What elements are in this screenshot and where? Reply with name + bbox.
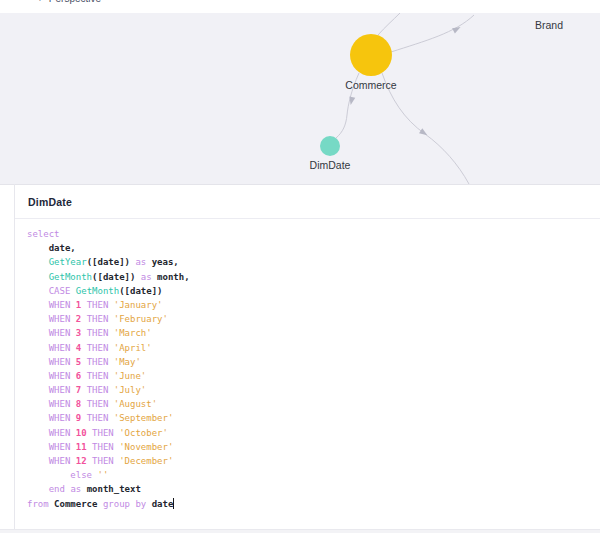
- code-line: WHEN 4 THEN 'April': [27, 341, 600, 355]
- code-token-str: 'May': [114, 357, 141, 367]
- graph-node-commerce[interactable]: [350, 34, 392, 76]
- code-token-id: [27, 257, 49, 267]
- code-token-kw: THEN: [87, 328, 109, 338]
- code-line: WHEN 8 THEN 'August': [27, 397, 600, 411]
- code-token-str: 'February': [114, 314, 168, 324]
- code-token-str: 'September': [114, 413, 174, 423]
- code-token-str: 'December': [119, 456, 173, 466]
- app-window: + Perspective CommerceDimDateBrand DimDa…: [0, 0, 600, 533]
- code-token-id: [27, 371, 49, 381]
- code-token-str: 'January': [114, 300, 163, 310]
- code-token-id: [27, 385, 49, 395]
- code-token-id: [27, 343, 49, 353]
- code-token-kw: as: [135, 257, 146, 267]
- code-token-str: 'August': [114, 399, 157, 409]
- code-token-id: [27, 413, 49, 423]
- code-token-id: Commerce: [49, 499, 103, 509]
- code-token-kw: WHEN: [49, 328, 71, 338]
- code-token-str: 'October': [119, 428, 168, 438]
- code-token-kw: else: [70, 470, 92, 480]
- code-token-id: ([date]): [87, 257, 136, 267]
- code-token-id: [27, 470, 70, 480]
- code-line: WHEN 2 THEN 'February': [27, 312, 600, 326]
- top-toolbar: + Perspective: [0, 0, 600, 14]
- code-token-id: [27, 300, 49, 310]
- add-icon: +: [37, 0, 43, 4]
- code-token-kw: THEN: [87, 385, 109, 395]
- perspective-tab[interactable]: + Perspective: [37, 0, 101, 4]
- code-panel-header: DimDate: [15, 185, 600, 219]
- code-token-kw: THEN: [92, 442, 114, 452]
- code-token-num: 10: [76, 428, 87, 438]
- code-token-str: 'March': [114, 328, 152, 338]
- code-token-id: date,: [27, 243, 76, 253]
- code-line: WHEN 1 THEN 'January': [27, 298, 600, 312]
- code-token-str: 'June': [114, 371, 147, 381]
- graph-edge: [391, 15, 474, 52]
- code-token-id: [27, 399, 49, 409]
- code-token-id: [27, 428, 49, 438]
- code-line: WHEN 10 THEN 'October': [27, 426, 600, 440]
- code-token-kw: WHEN: [49, 314, 71, 324]
- code-token-kw: THEN: [92, 456, 114, 466]
- code-token-kw: THEN: [87, 399, 109, 409]
- code-line: GetYear([date]) as yeas,: [27, 255, 600, 269]
- code-line: else '': [27, 468, 600, 482]
- code-token-id: [27, 456, 49, 466]
- code-token-kw: THEN: [87, 371, 109, 381]
- graph-node-label: DimDate: [310, 159, 351, 171]
- code-token-id: [27, 328, 49, 338]
- graph-node-label: Commerce: [345, 79, 397, 91]
- code-token-kw: WHEN: [49, 343, 71, 353]
- code-token-kw: THEN: [87, 343, 109, 353]
- code-line: WHEN 7 THEN 'July': [27, 383, 600, 397]
- code-token-id: [27, 442, 49, 452]
- code-token-kw: THEN: [92, 428, 114, 438]
- code-token-kw: WHEN: [49, 357, 71, 367]
- bottom-panel-edge: [0, 529, 600, 533]
- graph-canvas[interactable]: CommerceDimDateBrand: [0, 13, 600, 185]
- code-token-num: 11: [76, 442, 87, 452]
- code-token-fn: GetMonth: [76, 286, 119, 296]
- code-token-id: [27, 286, 49, 296]
- code-token-kw: WHEN: [49, 442, 71, 452]
- text-caret: [173, 498, 174, 509]
- code-line: WHEN 11 THEN 'November': [27, 440, 600, 454]
- code-token-kw: WHEN: [49, 371, 71, 381]
- code-token-num: 12: [76, 456, 87, 466]
- code-token-kw: select: [27, 229, 60, 239]
- code-token-kw: end: [49, 484, 65, 494]
- perspective-tab-label: Perspective: [49, 0, 101, 4]
- graph-node-label-brand: Brand: [535, 19, 563, 31]
- code-token-id: [27, 314, 49, 324]
- graph-node-dimdate[interactable]: [320, 136, 340, 156]
- code-line: WHEN 5 THEN 'May': [27, 355, 600, 369]
- code-token-kw: WHEN: [49, 413, 71, 423]
- code-line: WHEN 3 THEN 'March': [27, 326, 600, 340]
- panel-title: DimDate: [28, 196, 72, 208]
- code-token-kw: THEN: [87, 300, 109, 310]
- graph-edge-arrow-icon: [452, 24, 462, 33]
- code-line: WHEN 12 THEN 'December': [27, 454, 600, 468]
- code-token-id: month_text: [81, 484, 141, 494]
- code-token-kw: THEN: [87, 357, 109, 367]
- code-token-kw: group: [103, 499, 130, 509]
- code-token-kw: WHEN: [49, 300, 71, 310]
- code-line: select: [27, 227, 600, 241]
- code-token-kw: THEN: [87, 314, 109, 324]
- code-token-id: ([date]): [119, 286, 162, 296]
- code-token-kw: as: [141, 272, 152, 282]
- sql-code-editor[interactable]: select date, GetYear([date]) as yeas, Ge…: [15, 220, 600, 529]
- code-token-kw: WHEN: [49, 456, 71, 466]
- code-token-kw: WHEN: [49, 428, 71, 438]
- code-line: WHEN 9 THEN 'September': [27, 411, 600, 425]
- code-token-kw: by: [135, 499, 146, 509]
- code-token-id: date: [146, 499, 173, 509]
- code-token-fn: GetYear: [49, 257, 87, 267]
- code-line: GetMonth([date]) as month,: [27, 270, 600, 284]
- graph-svg: CommerceDimDateBrand: [0, 13, 600, 184]
- code-token-kw: CASE: [49, 286, 71, 296]
- code-line: CASE GetMonth([date]): [27, 284, 600, 298]
- code-token-str: 'April': [114, 343, 152, 353]
- code-token-id: yeas,: [146, 257, 179, 267]
